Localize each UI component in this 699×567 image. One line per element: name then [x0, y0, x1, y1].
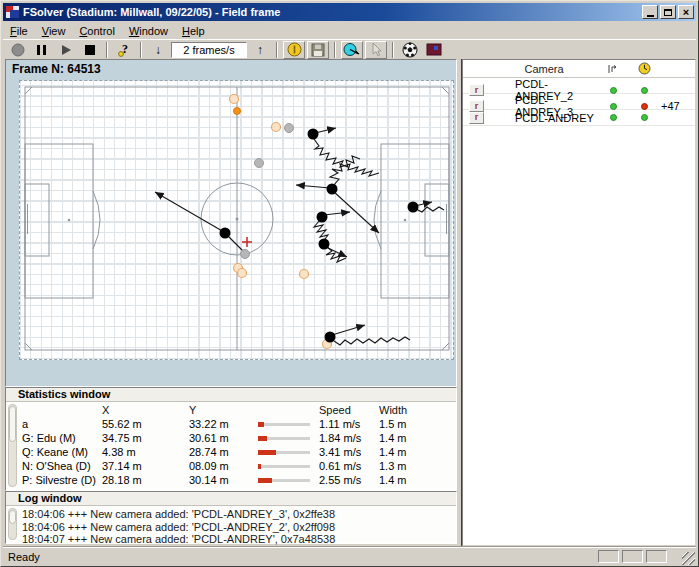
velocity-arrow — [333, 191, 379, 233]
close-button[interactable]: × — [678, 5, 694, 19]
y-coordinate: 08.09 m — [189, 460, 258, 472]
player-name: P: Silvestre (D) — [22, 474, 102, 486]
player-marker[interactable] — [317, 212, 328, 223]
speed-bar — [258, 417, 319, 431]
resize-grip[interactable] — [682, 552, 695, 565]
menu-help[interactable]: Help — [175, 24, 212, 38]
field-frame-panel: Frame N: 64513 — [5, 59, 457, 387]
stats-row[interactable]: Q: Keane (M)4.38 m28.74 m3.41 m/s1.4 m — [22, 445, 454, 459]
minimize-button[interactable] — [642, 5, 658, 19]
toolbar-separator — [140, 42, 142, 58]
pause-button[interactable] — [31, 41, 53, 59]
maximize-button[interactable] — [660, 5, 676, 19]
stats-row[interactable]: a55.62 m33.22 m1.11 m/s1.5 m — [22, 417, 454, 431]
play-button[interactable] — [55, 41, 77, 59]
speed-value: 3.41 m/s — [319, 446, 379, 458]
camera-view-button[interactable] — [341, 41, 363, 59]
frame-number-label: Frame N: 64513 — [12, 62, 101, 76]
titlebar[interactable]: FSolver (Stadium: Millwall, 09/22/05) - … — [3, 3, 696, 21]
player-trail — [416, 207, 444, 212]
camera-row[interactable]: rPCDL-ANDREY_2 — [463, 78, 695, 94]
log-line: 18:04:06 +++ New camera added: 'PCDL-AND… — [22, 521, 454, 534]
statusbar-cell — [646, 550, 667, 563]
player-name: G: Edu (M) — [22, 432, 102, 444]
save-button[interactable] — [307, 41, 329, 59]
clock-status-dot — [641, 103, 648, 110]
player-marker[interactable] — [327, 184, 338, 195]
timer-coin-icon — [287, 42, 302, 57]
speed-bar — [258, 445, 319, 459]
menu-file[interactable]: File — [3, 24, 35, 38]
pointer-icon — [369, 42, 383, 57]
ball-marker-gray — [285, 124, 294, 133]
camera-name: PCDL-ANDREY — [491, 112, 597, 124]
ball-marker-gray — [255, 159, 264, 168]
field-view[interactable] — [19, 80, 454, 360]
video-source-button[interactable] — [423, 41, 445, 59]
help-button[interactable]: ? — [113, 41, 135, 59]
stats-col-speed: Speed — [319, 404, 379, 416]
speed-value: 1.11 m/s — [319, 418, 379, 430]
log-lines: 18:04:06 +++ New camera added: 'PCDL-AND… — [22, 508, 454, 546]
close-icon: × — [683, 7, 689, 18]
camera-row[interactable]: rPCDL-ANDREY — [463, 110, 695, 126]
slower-button[interactable]: ↓ — [147, 41, 169, 59]
soccer-ball-icon — [402, 42, 418, 58]
player-marker[interactable] — [408, 202, 419, 213]
player-name: Q: Keane (M) — [22, 446, 102, 458]
camera-row[interactable]: rPCDL-ANDREY_3+47 — [463, 94, 695, 110]
stats-row[interactable]: N: O'Shea (D)37.14 m08.09 m0.61 m/s1.3 m — [22, 459, 454, 473]
player-trail — [334, 337, 410, 345]
pause-icon — [36, 44, 48, 56]
player-marker[interactable] — [308, 129, 319, 140]
velocity-arrow — [324, 212, 350, 215]
log-scrollbar-thumb[interactable] — [9, 510, 16, 524]
velocity-arrow — [296, 185, 330, 188]
player-marker[interactable] — [319, 239, 330, 250]
record-button[interactable] — [7, 41, 29, 59]
speed-bar — [258, 459, 319, 473]
log-scrollbar[interactable] — [8, 508, 17, 540]
player-marker[interactable] — [220, 228, 231, 239]
sync-status-dot — [610, 114, 617, 121]
width-value: 1.4 m — [379, 474, 454, 486]
pitch-markings — [25, 87, 449, 350]
statistics-window-title: Statistics window — [6, 388, 456, 402]
stats-scrollbar[interactable] — [8, 404, 17, 487]
y-coordinate: 28.74 m — [189, 446, 258, 458]
status-text: Ready — [8, 551, 40, 563]
svg-text:?: ? — [122, 42, 128, 56]
camera-record-button[interactable]: r — [469, 84, 484, 96]
camera-record-button[interactable]: r — [469, 112, 484, 124]
clock-column-icon — [638, 62, 651, 75]
ball-button[interactable] — [399, 41, 421, 59]
video-source-icon — [426, 43, 442, 56]
velocity-arrow — [326, 247, 347, 257]
stop-button[interactable] — [79, 41, 101, 59]
stats-row[interactable]: G: Edu (M)34.75 m30.61 m1.84 m/s1.4 m — [22, 431, 454, 445]
menu-control[interactable]: Control — [72, 24, 121, 38]
x-coordinate: 4.38 m — [102, 446, 189, 458]
toolbar-separator — [392, 42, 394, 58]
faster-button[interactable]: ↑ — [249, 41, 271, 59]
statistics-window: Statistics window X Y Speed Width a55.62… — [5, 387, 457, 491]
x-coordinate: 55.62 m — [102, 418, 189, 430]
ball-marker-tan — [230, 95, 239, 104]
timer-button[interactable] — [283, 41, 305, 59]
menu-view[interactable]: View — [35, 24, 73, 38]
camera-header-row: Camera — [463, 60, 695, 78]
fsolver-window: FSolver (Stadium: Millwall, 09/22/05) - … — [0, 0, 699, 567]
stats-row[interactable]: P: Silvestre (D)28.18 m30.14 m2.55 m/s1.… — [22, 473, 454, 487]
log-line: 18:04:06 +++ New camera added: 'PCDL-AND… — [22, 508, 454, 521]
pointer-button[interactable] — [365, 41, 387, 59]
camera-record-button[interactable]: r — [469, 100, 484, 112]
ball-marker-gray — [241, 250, 250, 259]
stats-col-x: X — [102, 404, 189, 416]
toolbar-separator — [334, 42, 336, 58]
framerate-input[interactable]: 2 frames/s — [171, 42, 247, 58]
player-marker[interactable] — [325, 332, 336, 343]
stats-scrollbar-thumb[interactable] — [9, 406, 16, 442]
x-coordinate: 34.75 m — [102, 432, 189, 444]
player-trail — [314, 139, 379, 176]
menu-window[interactable]: Window — [122, 24, 175, 38]
